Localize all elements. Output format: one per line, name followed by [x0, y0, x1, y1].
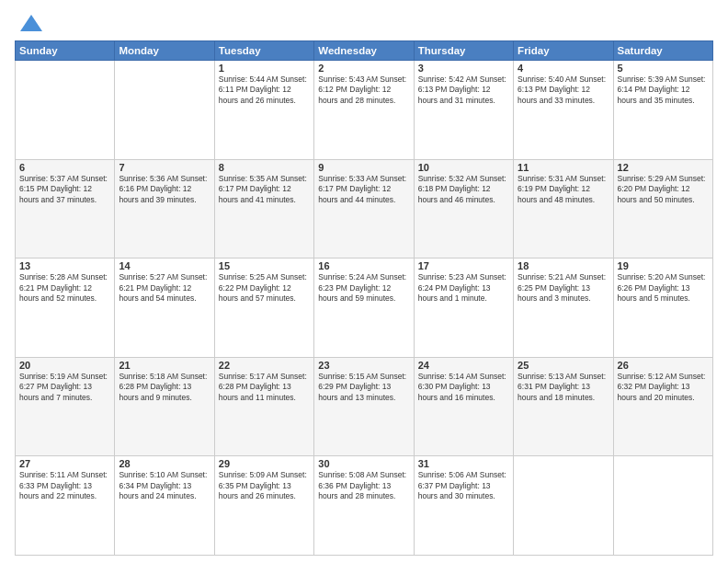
day-info: Sunrise: 5:35 AM Sunset: 6:17 PM Dayligh… [219, 174, 310, 205]
calendar-week-row: 27Sunrise: 5:11 AM Sunset: 6:33 PM Dayli… [16, 456, 713, 556]
calendar-cell: 12Sunrise: 5:29 AM Sunset: 6:20 PM Dayli… [613, 159, 712, 259]
calendar-cell: 9Sunrise: 5:33 AM Sunset: 6:17 PM Daylig… [314, 159, 414, 259]
day-info: Sunrise: 5:21 AM Sunset: 6:25 PM Dayligh… [518, 272, 609, 304]
day-info: Sunrise: 5:37 AM Sunset: 6:15 PM Dayligh… [19, 174, 110, 205]
day-info: Sunrise: 5:11 AM Sunset: 6:33 PM Dayligh… [19, 470, 110, 501]
day-number: 3 [418, 63, 509, 74]
day-number: 22 [219, 360, 310, 371]
calendar-cell [16, 61, 115, 160]
day-info: Sunrise: 5:15 AM Sunset: 6:29 PM Dayligh… [318, 372, 409, 403]
day-info: Sunrise: 5:09 AM Sunset: 6:35 PM Dayligh… [219, 470, 310, 501]
calendar-cell: 15Sunrise: 5:25 AM Sunset: 6:22 PM Dayli… [214, 259, 313, 358]
calendar-cell: 27Sunrise: 5:11 AM Sunset: 6:33 PM Dayli… [16, 456, 115, 556]
day-number: 5 [618, 63, 709, 74]
day-info: Sunrise: 5:42 AM Sunset: 6:13 PM Dayligh… [418, 75, 509, 106]
calendar-cell: 21Sunrise: 5:18 AM Sunset: 6:28 PM Dayli… [115, 357, 214, 456]
day-info: Sunrise: 5:19 AM Sunset: 6:27 PM Dayligh… [19, 372, 110, 403]
day-info: Sunrise: 5:12 AM Sunset: 6:32 PM Dayligh… [618, 372, 709, 403]
calendar-cell [514, 456, 613, 556]
day-number: 9 [318, 162, 409, 173]
day-info: Sunrise: 5:17 AM Sunset: 6:28 PM Dayligh… [219, 372, 310, 403]
day-number: 13 [19, 260, 110, 271]
day-info: Sunrise: 5:32 AM Sunset: 6:18 PM Dayligh… [418, 174, 509, 205]
calendar-cell: 10Sunrise: 5:32 AM Sunset: 6:18 PM Dayli… [414, 159, 513, 259]
day-info: Sunrise: 5:44 AM Sunset: 6:11 PM Dayligh… [219, 75, 310, 106]
calendar-cell: 5Sunrise: 5:39 AM Sunset: 6:14 PM Daylig… [613, 61, 712, 160]
day-number: 31 [418, 458, 509, 469]
day-info: Sunrise: 5:18 AM Sunset: 6:28 PM Dayligh… [119, 372, 210, 403]
day-number: 17 [418, 260, 509, 271]
day-number: 6 [19, 162, 110, 173]
day-number: 30 [318, 458, 409, 469]
calendar-day-header: Friday [514, 41, 613, 61]
calendar-cell: 22Sunrise: 5:17 AM Sunset: 6:28 PM Dayli… [214, 357, 313, 456]
calendar-cell: 17Sunrise: 5:23 AM Sunset: 6:24 PM Dayli… [414, 259, 513, 358]
day-info: Sunrise: 5:31 AM Sunset: 6:19 PM Dayligh… [518, 174, 609, 205]
day-number: 11 [518, 162, 609, 173]
logo-icon [18, 11, 44, 37]
calendar-day-header: Monday [115, 41, 214, 61]
day-info: Sunrise: 5:27 AM Sunset: 6:21 PM Dayligh… [119, 272, 210, 304]
calendar-cell: 4Sunrise: 5:40 AM Sunset: 6:13 PM Daylig… [514, 61, 613, 160]
calendar-cell: 3Sunrise: 5:42 AM Sunset: 6:13 PM Daylig… [414, 61, 513, 160]
calendar-week-row: 20Sunrise: 5:19 AM Sunset: 6:27 PM Dayli… [16, 357, 713, 456]
calendar-week-row: 6Sunrise: 5:37 AM Sunset: 6:15 PM Daylig… [16, 159, 713, 259]
header [15, 11, 713, 37]
page: SundayMondayTuesdayWednesdayThursdayFrid… [0, 0, 728, 563]
day-info: Sunrise: 5:33 AM Sunset: 6:17 PM Dayligh… [318, 174, 409, 205]
day-info: Sunrise: 5:24 AM Sunset: 6:23 PM Dayligh… [318, 272, 409, 304]
calendar-cell [613, 456, 712, 556]
calendar-cell: 1Sunrise: 5:44 AM Sunset: 6:11 PM Daylig… [214, 61, 313, 160]
day-info: Sunrise: 5:20 AM Sunset: 6:26 PM Dayligh… [618, 272, 709, 304]
day-info: Sunrise: 5:13 AM Sunset: 6:31 PM Dayligh… [518, 372, 609, 403]
day-info: Sunrise: 5:29 AM Sunset: 6:20 PM Dayligh… [618, 174, 709, 205]
day-info: Sunrise: 5:14 AM Sunset: 6:30 PM Dayligh… [418, 372, 509, 403]
calendar-cell: 31Sunrise: 5:06 AM Sunset: 6:37 PM Dayli… [414, 456, 513, 556]
calendar-cell: 19Sunrise: 5:20 AM Sunset: 6:26 PM Dayli… [613, 259, 712, 358]
day-number: 12 [618, 162, 709, 173]
day-number: 2 [318, 63, 409, 74]
calendar-cell: 20Sunrise: 5:19 AM Sunset: 6:27 PM Dayli… [16, 357, 115, 456]
day-number: 7 [119, 162, 210, 173]
calendar-cell: 16Sunrise: 5:24 AM Sunset: 6:23 PM Dayli… [314, 259, 414, 358]
day-info: Sunrise: 5:28 AM Sunset: 6:21 PM Dayligh… [19, 272, 110, 304]
calendar-cell: 14Sunrise: 5:27 AM Sunset: 6:21 PM Dayli… [115, 259, 214, 358]
day-number: 10 [418, 162, 509, 173]
day-info: Sunrise: 5:40 AM Sunset: 6:13 PM Dayligh… [518, 75, 609, 106]
day-info: Sunrise: 5:10 AM Sunset: 6:34 PM Dayligh… [119, 470, 210, 501]
calendar-cell: 25Sunrise: 5:13 AM Sunset: 6:31 PM Dayli… [514, 357, 613, 456]
calendar-cell: 7Sunrise: 5:36 AM Sunset: 6:16 PM Daylig… [115, 159, 214, 259]
day-number: 19 [618, 260, 709, 271]
calendar-day-header: Thursday [414, 41, 513, 61]
day-number: 29 [219, 458, 310, 469]
day-number: 25 [518, 360, 609, 371]
calendar-cell [115, 61, 214, 160]
day-number: 24 [418, 360, 509, 371]
calendar-cell: 2Sunrise: 5:43 AM Sunset: 6:12 PM Daylig… [314, 61, 414, 160]
day-number: 23 [318, 360, 409, 371]
calendar-day-header: Tuesday [214, 41, 313, 61]
day-info: Sunrise: 5:39 AM Sunset: 6:14 PM Dayligh… [618, 75, 709, 106]
svg-marker-0 [20, 15, 42, 31]
day-info: Sunrise: 5:36 AM Sunset: 6:16 PM Dayligh… [119, 174, 210, 205]
calendar-cell: 29Sunrise: 5:09 AM Sunset: 6:35 PM Dayli… [214, 456, 313, 556]
logo [15, 11, 44, 37]
calendar-cell: 26Sunrise: 5:12 AM Sunset: 6:32 PM Dayli… [613, 357, 712, 456]
day-info: Sunrise: 5:06 AM Sunset: 6:37 PM Dayligh… [418, 470, 509, 501]
day-number: 1 [219, 63, 310, 74]
day-number: 14 [119, 260, 210, 271]
calendar-week-row: 1Sunrise: 5:44 AM Sunset: 6:11 PM Daylig… [16, 61, 713, 160]
day-number: 4 [518, 63, 609, 74]
calendar-cell: 24Sunrise: 5:14 AM Sunset: 6:30 PM Dayli… [414, 357, 513, 456]
day-number: 27 [19, 458, 110, 469]
day-number: 28 [119, 458, 210, 469]
day-number: 18 [518, 260, 609, 271]
day-number: 20 [19, 360, 110, 371]
day-number: 21 [119, 360, 210, 371]
calendar-cell: 8Sunrise: 5:35 AM Sunset: 6:17 PM Daylig… [214, 159, 313, 259]
calendar-day-header: Saturday [613, 41, 712, 61]
calendar-day-header: Wednesday [314, 41, 414, 61]
day-info: Sunrise: 5:43 AM Sunset: 6:12 PM Dayligh… [318, 75, 409, 106]
calendar-cell: 18Sunrise: 5:21 AM Sunset: 6:25 PM Dayli… [514, 259, 613, 358]
calendar-cell: 30Sunrise: 5:08 AM Sunset: 6:36 PM Dayli… [314, 456, 414, 556]
